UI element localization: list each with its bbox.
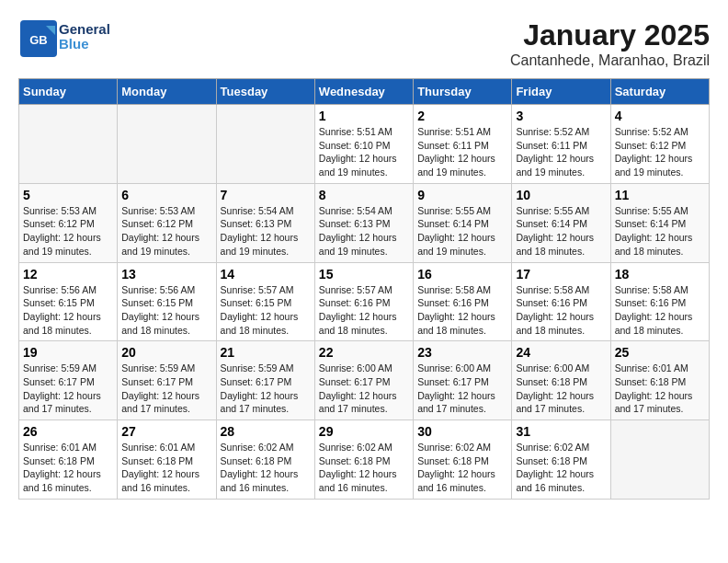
day-number: 5: [23, 188, 113, 202]
day-detail: Sunrise: 6:02 AM Sunset: 6:18 PM Dayligh…: [516, 441, 606, 495]
day-detail: Sunrise: 5:58 AM Sunset: 6:16 PM Dayligh…: [516, 283, 606, 338]
day-detail: Sunrise: 6:01 AM Sunset: 6:18 PM Dayligh…: [23, 441, 113, 495]
day-detail: Sunrise: 5:55 AM Sunset: 6:14 PM Dayligh…: [516, 204, 606, 259]
calendar-cell: 18Sunrise: 5:58 AM Sunset: 6:16 PM Dayli…: [610, 262, 709, 341]
day-number: 17: [516, 267, 606, 282]
calendar-table: SundayMondayTuesdayWednesdayThursdayFrid…: [18, 78, 710, 500]
weekday-header-wednesday: Wednesday: [314, 79, 413, 105]
calendar-cell: 10Sunrise: 5:55 AM Sunset: 6:14 PM Dayli…: [512, 183, 610, 262]
day-detail: Sunrise: 5:51 AM Sunset: 6:10 PM Dayligh…: [319, 125, 409, 179]
calendar-cell: 7Sunrise: 5:54 AM Sunset: 6:13 PM Daylig…: [216, 183, 314, 262]
calendar-cell: 1Sunrise: 5:51 AM Sunset: 6:10 PM Daylig…: [314, 105, 413, 184]
logo-blue: Blue: [59, 37, 110, 52]
day-detail: Sunrise: 5:57 AM Sunset: 6:16 PM Dayligh…: [319, 283, 409, 338]
day-detail: Sunrise: 5:58 AM Sunset: 6:16 PM Dayligh…: [615, 283, 705, 338]
day-number: 29: [319, 424, 409, 439]
day-number: 9: [417, 188, 507, 202]
day-number: 16: [417, 267, 507, 282]
calendar-week-2: 5Sunrise: 5:53 AM Sunset: 6:12 PM Daylig…: [19, 183, 710, 262]
calendar-cell: 23Sunrise: 6:00 AM Sunset: 6:17 PM Dayli…: [414, 341, 512, 420]
day-number: 7: [221, 188, 311, 202]
day-detail: Sunrise: 6:02 AM Sunset: 6:18 PM Dayligh…: [319, 441, 409, 495]
day-number: 23: [417, 345, 507, 360]
day-number: 1: [319, 109, 409, 123]
calendar-cell: 28Sunrise: 6:02 AM Sunset: 6:18 PM Dayli…: [216, 420, 314, 500]
day-detail: Sunrise: 6:00 AM Sunset: 6:17 PM Dayligh…: [417, 362, 507, 416]
calendar-cell: 2Sunrise: 5:51 AM Sunset: 6:11 PM Daylig…: [414, 105, 512, 184]
weekday-header-sunday: Sunday: [19, 79, 118, 105]
calendar-cell: 26Sunrise: 6:01 AM Sunset: 6:18 PM Dayli…: [19, 420, 118, 500]
day-detail: Sunrise: 5:54 AM Sunset: 6:13 PM Dayligh…: [221, 204, 311, 259]
day-number: 12: [23, 267, 113, 282]
calendar-cell: 29Sunrise: 6:02 AM Sunset: 6:18 PM Dayli…: [314, 420, 413, 500]
calendar-cell: 15Sunrise: 5:57 AM Sunset: 6:16 PM Dayli…: [314, 262, 413, 341]
day-number: 15: [319, 267, 409, 282]
calendar-cell: 13Sunrise: 5:56 AM Sunset: 6:15 PM Dayli…: [118, 262, 216, 341]
day-detail: Sunrise: 6:01 AM Sunset: 6:18 PM Dayligh…: [615, 362, 705, 416]
day-detail: Sunrise: 5:51 AM Sunset: 6:11 PM Dayligh…: [417, 125, 507, 179]
day-number: 3: [516, 109, 606, 123]
calendar-cell: [610, 420, 709, 500]
day-detail: Sunrise: 5:55 AM Sunset: 6:14 PM Dayligh…: [417, 204, 507, 259]
calendar-cell: 12Sunrise: 5:56 AM Sunset: 6:15 PM Dayli…: [19, 262, 118, 341]
day-detail: Sunrise: 5:52 AM Sunset: 6:11 PM Dayligh…: [516, 125, 606, 179]
svg-text:GB: GB: [29, 33, 48, 47]
day-number: 18: [615, 267, 705, 282]
day-detail: Sunrise: 5:55 AM Sunset: 6:14 PM Dayligh…: [615, 204, 705, 259]
day-number: 8: [319, 188, 409, 202]
day-number: 24: [516, 345, 606, 360]
calendar-cell: 27Sunrise: 6:01 AM Sunset: 6:18 PM Dayli…: [118, 420, 216, 500]
day-detail: Sunrise: 5:53 AM Sunset: 6:12 PM Dayligh…: [23, 204, 113, 259]
day-detail: Sunrise: 5:54 AM Sunset: 6:13 PM Dayligh…: [319, 204, 409, 259]
calendar-cell: 24Sunrise: 6:00 AM Sunset: 6:18 PM Dayli…: [512, 341, 610, 420]
calendar-cell: 22Sunrise: 6:00 AM Sunset: 6:17 PM Dayli…: [314, 341, 413, 420]
weekday-header-monday: Monday: [118, 79, 216, 105]
day-number: 30: [417, 424, 507, 439]
calendar-week-4: 19Sunrise: 5:59 AM Sunset: 6:17 PM Dayli…: [19, 341, 710, 420]
day-detail: Sunrise: 5:56 AM Sunset: 6:15 PM Dayligh…: [23, 283, 113, 338]
day-number: 27: [121, 424, 211, 439]
calendar-cell: [19, 105, 118, 184]
day-number: 2: [417, 109, 507, 123]
location: Cantanhede, Maranhao, Brazil: [510, 52, 710, 69]
calendar-cell: 3Sunrise: 5:52 AM Sunset: 6:11 PM Daylig…: [512, 105, 610, 184]
day-number: 31: [516, 424, 606, 439]
day-number: 25: [615, 345, 705, 360]
day-detail: Sunrise: 5:59 AM Sunset: 6:17 PM Dayligh…: [23, 362, 113, 416]
calendar-cell: 16Sunrise: 5:58 AM Sunset: 6:16 PM Dayli…: [414, 262, 512, 341]
day-number: 14: [221, 267, 311, 282]
calendar-cell: [216, 105, 314, 184]
logo-icon: GB: [18, 18, 55, 55]
title-block: January 2025 Cantanhede, Maranhao, Brazi…: [510, 18, 710, 69]
weekday-header-saturday: Saturday: [610, 79, 709, 105]
calendar-cell: 17Sunrise: 5:58 AM Sunset: 6:16 PM Dayli…: [512, 262, 610, 341]
day-detail: Sunrise: 5:59 AM Sunset: 6:17 PM Dayligh…: [121, 362, 211, 416]
day-detail: Sunrise: 5:56 AM Sunset: 6:15 PM Dayligh…: [121, 283, 211, 338]
weekday-header-tuesday: Tuesday: [216, 79, 314, 105]
calendar-cell: 11Sunrise: 5:55 AM Sunset: 6:14 PM Dayli…: [610, 183, 709, 262]
calendar-cell: 31Sunrise: 6:02 AM Sunset: 6:18 PM Dayli…: [512, 420, 610, 500]
logo-general: General: [59, 22, 110, 38]
page-header: GB General Blue January 2025 Cantanhede,…: [18, 18, 710, 69]
calendar-cell: 9Sunrise: 5:55 AM Sunset: 6:14 PM Daylig…: [414, 183, 512, 262]
calendar-cell: 14Sunrise: 5:57 AM Sunset: 6:15 PM Dayli…: [216, 262, 314, 341]
calendar-body: 1Sunrise: 5:51 AM Sunset: 6:10 PM Daylig…: [19, 105, 710, 500]
day-number: 6: [121, 188, 211, 202]
calendar-cell: 21Sunrise: 5:59 AM Sunset: 6:17 PM Dayli…: [216, 341, 314, 420]
calendar-cell: 5Sunrise: 5:53 AM Sunset: 6:12 PM Daylig…: [19, 183, 118, 262]
calendar-week-3: 12Sunrise: 5:56 AM Sunset: 6:15 PM Dayli…: [19, 262, 710, 341]
weekday-header-thursday: Thursday: [414, 79, 512, 105]
day-detail: Sunrise: 5:57 AM Sunset: 6:15 PM Dayligh…: [221, 283, 311, 338]
day-number: 21: [221, 345, 311, 360]
weekday-header-friday: Friday: [512, 79, 610, 105]
calendar-week-1: 1Sunrise: 5:51 AM Sunset: 6:10 PM Daylig…: [19, 105, 710, 184]
day-number: 20: [121, 345, 211, 360]
day-number: 28: [221, 424, 311, 439]
day-detail: Sunrise: 6:02 AM Sunset: 6:18 PM Dayligh…: [221, 441, 311, 495]
calendar-cell: 30Sunrise: 6:02 AM Sunset: 6:18 PM Dayli…: [414, 420, 512, 500]
calendar-cell: 4Sunrise: 5:52 AM Sunset: 6:12 PM Daylig…: [610, 105, 709, 184]
month-title: January 2025: [510, 18, 710, 52]
day-number: 26: [23, 424, 113, 439]
day-detail: Sunrise: 5:52 AM Sunset: 6:12 PM Dayligh…: [615, 125, 705, 179]
day-number: 10: [516, 188, 606, 202]
